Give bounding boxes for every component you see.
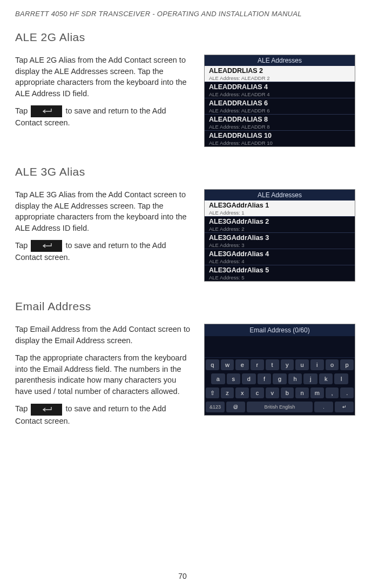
list-item-title: ALEADDRALIAS 10 (209, 132, 350, 139)
list-item[interactable]: ALE3GAddrAlias 1ALE Address: 1 (205, 201, 355, 216)
key-f[interactable]: f (258, 373, 272, 384)
list-item-title: ALE3GAddrAlias 5 (209, 266, 350, 274)
list-item-subtitle: ALE Address: 5 (209, 275, 350, 280)
text: Tap (15, 106, 30, 115)
key-z[interactable]: z (221, 387, 234, 398)
enter-icon (31, 240, 62, 252)
text: Tap (15, 325, 30, 333)
key-t[interactable]: t (266, 359, 279, 370)
key-.[interactable]: . (340, 387, 354, 398)
key-dot[interactable]: . (314, 402, 333, 412)
section-heading-ale2g: ALE 2G Alias (15, 31, 350, 44)
list-item-title: ALEADDRLIAS 2 (209, 67, 350, 75)
ale3g-text: Tap ALE 3G Alias from the Add Contact sc… (15, 189, 193, 282)
list-item-title: ALEADDRALIAS 4 (209, 83, 350, 91)
key-at[interactable]: @ (226, 402, 245, 412)
email-text: Tap Email Address from the Add Contact s… (15, 324, 193, 433)
key-⇧[interactable]: ⇧ (206, 387, 219, 398)
list-item[interactable]: ALE3GAddrAlias 4ALE Address: 4 (205, 249, 355, 265)
ale2g-screenshot: ALE Addresses ALEADDRLIAS 2ALE Address: … (204, 55, 355, 147)
key-symbols[interactable]: &123 (206, 402, 225, 412)
key-space[interactable]: British English (247, 402, 313, 412)
key-i[interactable]: i (310, 359, 324, 370)
key-o[interactable]: o (326, 359, 339, 370)
key-g[interactable]: g (273, 373, 287, 384)
text: Tap (15, 190, 30, 199)
list-item-subtitle: ALE Address: 2 (209, 226, 350, 232)
list-item-title: ALE3GAddrAlias 3 (209, 234, 350, 242)
list-item[interactable]: ALE3GAddrAlias 2ALE Address: 2 (205, 216, 355, 232)
key-s[interactable]: s (227, 373, 241, 384)
key-x[interactable]: x (235, 387, 249, 398)
key-h[interactable]: h (288, 373, 302, 384)
list-item-title: ALE3GAddrAlias 4 (209, 250, 350, 258)
key-u[interactable]: u (295, 359, 309, 370)
list-item[interactable]: ALEADDRALIAS 10ALE Address: ALEADDR 10 (205, 130, 355, 146)
screenshot-title: Email Address (0/60) (205, 324, 355, 336)
text-strong: ALE 2G Alias (30, 56, 76, 64)
key-v[interactable]: v (266, 387, 279, 398)
key-enter[interactable]: ↵ (335, 402, 354, 412)
key-n[interactable]: n (295, 387, 309, 398)
list-item-subtitle: ALE Address: 4 (209, 258, 350, 264)
screenshot-title: ALE Addresses (205, 55, 355, 66)
list-item[interactable]: ALE3GAddrAlias 3ALE Address: 3 (205, 232, 355, 249)
key-j[interactable]: j (303, 373, 317, 384)
key-w[interactable]: w (221, 359, 234, 370)
page-header: BARRETT 4050 HF SDR TRANSCEIVER - OPERAT… (15, 10, 350, 18)
key-e[interactable]: e (235, 359, 249, 370)
key-y[interactable]: y (281, 359, 294, 370)
list-item[interactable]: ALEADDRALIAS 8ALE Address: ALEADDR 8 (205, 114, 355, 130)
key-a[interactable]: a (211, 373, 225, 384)
list-item-subtitle: ALE Address: ALEADDR 8 (209, 124, 350, 130)
key-q[interactable]: q (206, 359, 219, 370)
list-item-subtitle: ALE Address: 3 (209, 242, 350, 248)
section-heading-email: Email Address (15, 300, 350, 313)
key-b[interactable]: b (281, 387, 294, 398)
text: Tap (15, 404, 30, 413)
list-item-subtitle: ALE Address: ALEADDR 4 (209, 91, 350, 97)
list-item-subtitle: ALE Address: 1 (209, 210, 350, 216)
text: Tap the appropriate characters from the … (15, 352, 193, 397)
list-item[interactable]: ALEADDRALIAS 4ALE Address: ALEADDR 4 (205, 82, 355, 98)
list-item-subtitle: ALE Address: ALEADDR 2 (209, 75, 350, 81)
text-strong: Email Address (30, 325, 80, 333)
list-item-subtitle: ALE Address: ALEADDR 6 (209, 108, 350, 113)
key-l[interactable]: l (334, 373, 348, 384)
key-d[interactable]: d (242, 373, 256, 384)
key-c[interactable]: c (251, 387, 264, 398)
list-item-title: ALE3GAddrAlias 1 (209, 202, 350, 209)
key-r[interactable]: r (251, 359, 264, 370)
key-k[interactable]: k (319, 373, 333, 384)
list-item-title: ALEADDRALIAS 6 (209, 99, 350, 107)
key-m[interactable]: m (310, 387, 324, 398)
page-number: 70 (178, 572, 187, 580)
section-ale2g: Tap ALE 2G Alias from the Add Contact sc… (15, 55, 350, 147)
list-item[interactable]: ALE3GAddrAlias 5ALE Address: 5 (205, 265, 355, 281)
text: Tap (15, 56, 30, 64)
list-item[interactable]: ALEADDRALIAS 6ALE Address: ALEADDR 6 (205, 98, 355, 114)
key-p[interactable]: p (340, 359, 354, 370)
ale2g-text: Tap ALE 2G Alias from the Add Contact sc… (15, 55, 193, 147)
enter-icon (31, 404, 62, 416)
section-heading-ale3g: ALE 3G Alias (15, 165, 350, 178)
list-item-title: ALE3GAddrAlias 2 (209, 218, 350, 225)
text: Tap (15, 241, 30, 250)
screenshot-title: ALE Addresses (205, 190, 355, 201)
section-ale3g: Tap ALE 3G Alias from the Add Contact sc… (15, 189, 350, 282)
text-strong: ALE 3G Alias (30, 190, 76, 199)
key-,[interactable]: , (326, 387, 339, 398)
enter-icon (31, 105, 62, 117)
list-item[interactable]: ALEADDRLIAS 2ALE Address: ALEADDR 2 (205, 66, 355, 82)
ale3g-screenshot: ALE Addresses ALE3GAddrAlias 1ALE Addres… (204, 189, 355, 282)
email-screenshot: Email Address (0/60) qwertyuiop asdfghjk… (204, 324, 355, 416)
list-item-title: ALEADDRALIAS 8 (209, 116, 350, 123)
list-item-subtitle: ALE Address: ALEADDR 10 (209, 140, 350, 146)
section-email: Tap Email Address from the Add Contact s… (15, 324, 350, 433)
